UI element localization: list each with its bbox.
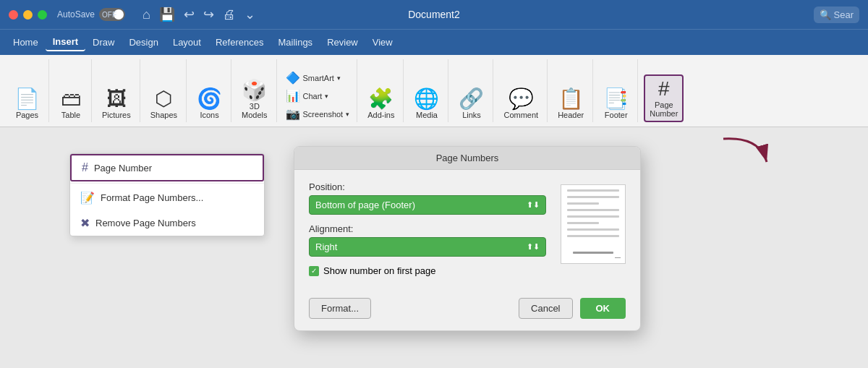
autosave-state: OFF (102, 11, 116, 19)
ribbon: 📄 Pages 🗃 Table 🖼 Pictures ⬡ Shapes 🌀 Ic… (0, 55, 868, 127)
page-numbers-dialog: Page Numbers Position: Bottom of page (F… (294, 146, 641, 331)
3d-models-icon: 🎲 (242, 80, 267, 100)
header-icon: 📋 (558, 89, 584, 109)
pictures-icon: 🖼 (106, 89, 127, 109)
header-label: Header (558, 111, 584, 119)
doc-line-1 (567, 189, 619, 192)
ribbon-group-table: 🗃 Table (51, 59, 92, 122)
pictures-button[interactable]: 🖼 Pictures (98, 86, 135, 122)
footer-icon: 📑 (603, 89, 629, 109)
autosave-toggle[interactable]: OFF (99, 8, 125, 21)
format-button[interactable]: Format... (309, 298, 371, 319)
undo-icon[interactable]: ↩ (181, 5, 197, 24)
content-area: # Page Number 📝 Format Page Numbers... ✖… (0, 127, 868, 368)
format-icon: 📝 (80, 191, 95, 205)
close-button[interactable] (9, 10, 18, 20)
document-title: Document2 (408, 9, 460, 20)
doc-line-7 (567, 228, 619, 231)
smartart-col: 🔷 SmartArt ▾ 📊 Chart ▾ 📷 Screenshot ▾ (283, 64, 353, 122)
pages-button[interactable]: 📄 Pages (10, 86, 44, 122)
dialog-form: Position: Bottom of page (Footer) ⬆⬇ Ali… (309, 181, 546, 286)
dropdown-item-format-label: Format Page Numbers... (101, 192, 203, 203)
ribbon-group-header: 📋 Header (549, 59, 593, 122)
smartart-icon: 🔷 (286, 71, 300, 85)
shapes-button[interactable]: ⬡ Shapes (146, 86, 182, 122)
media-button[interactable]: 🌐 Media (409, 86, 443, 122)
dropdown-item-page-number[interactable]: # Page Number (70, 154, 264, 181)
position-value: Bottom of page (Footer) (315, 200, 415, 210)
search-area[interactable]: 🔍 Sear (814, 7, 859, 23)
dialog-body: Position: Bottom of page (Footer) ⬆⬇ Ali… (294, 170, 640, 298)
minimize-button[interactable] (23, 10, 33, 20)
doc-line-5 (567, 215, 619, 218)
customize-icon[interactable]: ⌄ (242, 5, 258, 24)
add-ins-icon: 🧩 (368, 89, 393, 109)
search-text: Sear (834, 9, 854, 20)
screenshot-arrow: ▾ (346, 111, 349, 118)
home-icon[interactable]: ⌂ (140, 6, 153, 24)
pictures-label: Pictures (102, 111, 131, 119)
footer-button[interactable]: 📑 Footer (599, 86, 633, 122)
menu-home[interactable]: Home (6, 34, 46, 51)
media-icon: 🌐 (414, 89, 439, 109)
ribbon-group-3d: 🎲 3DModels (233, 59, 276, 122)
dropdown-item-remove[interactable]: ✖ Remove Page Numbers (70, 210, 264, 236)
page-number-menu-icon: # (82, 161, 88, 174)
position-arrow-icon: ⬆⬇ (527, 200, 540, 210)
alignment-value: Right (315, 241, 337, 252)
position-label: Position: (309, 181, 546, 192)
alignment-select[interactable]: Right ⬆⬇ (309, 237, 546, 257)
ribbon-group-comment: 💬 Comment (495, 59, 548, 122)
screenshot-button[interactable]: 📷 Screenshot ▾ (283, 106, 353, 122)
save-icon[interactable]: 💾 (156, 5, 178, 24)
dropdown-item-format[interactable]: 📝 Format Page Numbers... (70, 185, 264, 210)
smartart-label: SmartArt (303, 74, 334, 82)
chart-button[interactable]: 📊 Chart ▾ (283, 87, 353, 104)
screenshot-label: Screenshot (303, 110, 344, 119)
menu-view[interactable]: View (365, 34, 400, 51)
dialog-title: Page Numbers (294, 147, 640, 170)
maximize-button[interactable] (38, 10, 47, 20)
menu-design[interactable]: Design (122, 34, 165, 51)
ribbon-group-media2: 🌐 Media (405, 59, 448, 122)
menu-review[interactable]: Review (320, 34, 365, 51)
comment-button[interactable]: 💬 Comment (499, 86, 542, 122)
ribbon-group-footer: 📑 Footer (595, 59, 638, 122)
print-icon[interactable]: 🖨 (220, 6, 239, 24)
menu-mailings[interactable]: Mailings (271, 34, 320, 51)
add-ins-label: Add-ins (367, 111, 394, 119)
menu-insert[interactable]: Insert (46, 33, 85, 51)
cancel-button[interactable]: Cancel (519, 298, 572, 319)
checkbox-label: Show number on first page (323, 265, 435, 276)
chart-arrow: ▾ (325, 93, 328, 100)
table-button[interactable]: 🗃 Table (55, 86, 87, 122)
position-select[interactable]: Bottom of page (Footer) ⬆⬇ (309, 195, 546, 215)
links-button[interactable]: 🔗 Links (454, 86, 488, 122)
ribbon-group-links: 🔗 Links (450, 59, 493, 122)
comment-icon: 💬 (509, 89, 534, 109)
shapes-icon: ⬡ (155, 89, 172, 109)
3d-models-button[interactable]: 🎲 3DModels (237, 77, 271, 122)
autosave-area: AutoSave OFF (57, 8, 125, 21)
icons-button[interactable]: 🌀 Icons (192, 86, 226, 122)
doc-line-8 (567, 235, 619, 237)
add-ins-button[interactable]: 🧩 Add-ins (363, 86, 399, 122)
show-first-page-checkbox[interactable]: ✓ (309, 266, 319, 276)
header-button[interactable]: 📋 Header (553, 86, 588, 122)
page-number-button[interactable]: # PageNumber (644, 74, 684, 122)
menu-bar: Home Insert Draw Design Layout Reference… (0, 29, 868, 55)
ok-button[interactable]: OK (580, 298, 626, 319)
chart-icon: 📊 (286, 89, 300, 103)
ribbon-group-pages: 📄 Pages (6, 59, 49, 122)
comment-label: Comment (503, 111, 538, 119)
doc-line-6 (567, 222, 599, 224)
title-bar: AutoSave OFF ⌂ 💾 ↩ ↪ 🖨 ⌄ Document2 🔍 Sea… (0, 0, 868, 29)
menu-draw[interactable]: Draw (85, 34, 122, 51)
menu-references[interactable]: References (208, 34, 271, 51)
page-number-label: PageNumber (650, 100, 678, 118)
menu-layout[interactable]: Layout (166, 34, 208, 51)
ribbon-group-pictures: 🖼 Pictures (93, 59, 140, 122)
pages-label: Pages (16, 111, 38, 119)
redo-icon[interactable]: ↪ (200, 5, 217, 24)
smartart-button[interactable]: 🔷 SmartArt ▾ (283, 69, 353, 86)
